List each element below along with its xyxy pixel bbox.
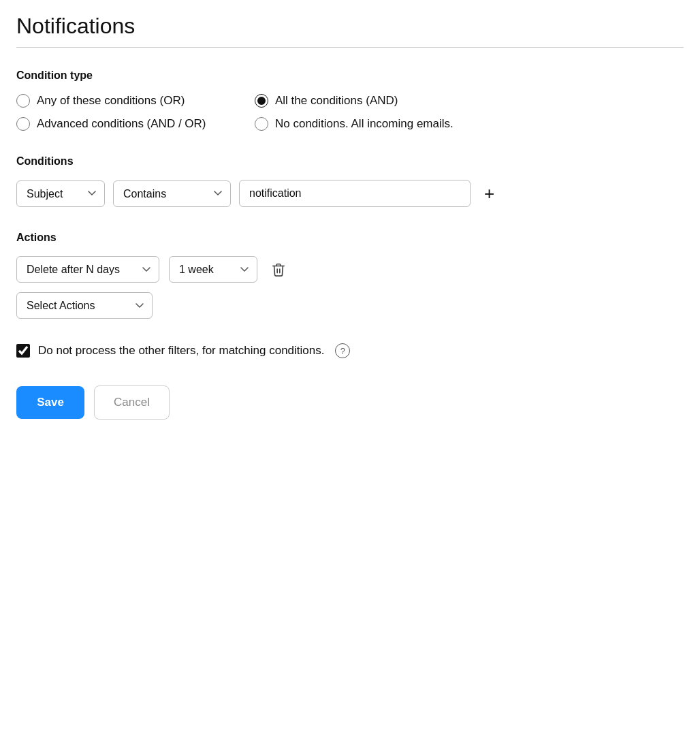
contains-select[interactable]: Contains Does not contain Equals Starts … — [113, 180, 231, 207]
trash-icon — [271, 262, 286, 277]
add-condition-button[interactable]: + — [479, 182, 500, 205]
action-row-delete: Delete after N days Move to folder Mark … — [16, 256, 684, 283]
button-row: Save Cancel — [16, 385, 684, 420]
condition-row: Subject From To Body Contains Does not c… — [16, 180, 684, 207]
help-icon[interactable]: ? — [335, 343, 350, 358]
actions-section: Actions Delete after N days Move to fold… — [16, 232, 684, 319]
condition-type-label: Condition type — [16, 69, 684, 82]
radio-advanced[interactable] — [16, 117, 30, 131]
condition-value-input[interactable] — [239, 180, 471, 207]
radio-option-none[interactable]: No conditions. All incoming emails. — [255, 117, 493, 131]
no-process-checkbox[interactable] — [16, 344, 30, 358]
radio-or[interactable] — [16, 94, 30, 108]
no-process-checkbox-row: Do not process the other filters, for ma… — [16, 343, 684, 358]
radio-option-or[interactable]: Any of these conditions (OR) — [16, 94, 255, 108]
radio-advanced-label: Advanced conditions (AND / OR) — [37, 117, 206, 131]
page-title: Notifications — [16, 14, 684, 39]
condition-type-section: Condition type Any of these conditions (… — [16, 69, 684, 131]
radio-none-label: No conditions. All incoming emails. — [275, 117, 454, 131]
delete-action-trash-button[interactable] — [267, 258, 290, 281]
radio-and-label: All the conditions (AND) — [275, 94, 398, 108]
radio-none[interactable] — [255, 117, 268, 131]
condition-type-radio-grid: Any of these conditions (OR) All the con… — [16, 94, 493, 131]
select-actions-select[interactable]: Select Actions Move to folder Mark as re… — [16, 292, 153, 319]
delete-action-select[interactable]: Delete after N days Move to folder Mark … — [16, 256, 159, 283]
conditions-section: Conditions Subject From To Body Contains… — [16, 155, 684, 207]
radio-and[interactable] — [255, 94, 268, 108]
conditions-label: Conditions — [16, 155, 684, 168]
subject-select[interactable]: Subject From To Body — [16, 180, 105, 207]
radio-option-and[interactable]: All the conditions (AND) — [255, 94, 493, 108]
radio-or-label: Any of these conditions (OR) — [37, 94, 185, 108]
no-process-label[interactable]: Do not process the other filters, for ma… — [38, 344, 324, 358]
week-select[interactable]: 1 week 2 weeks 1 month 3 months 6 months… — [169, 256, 257, 283]
cancel-button[interactable]: Cancel — [94, 385, 170, 420]
title-divider — [16, 47, 684, 48]
actions-label: Actions — [16, 232, 684, 244]
save-button[interactable]: Save — [16, 386, 84, 419]
action-row-select: Select Actions Move to folder Mark as re… — [16, 292, 684, 319]
radio-option-advanced[interactable]: Advanced conditions (AND / OR) — [16, 117, 255, 131]
